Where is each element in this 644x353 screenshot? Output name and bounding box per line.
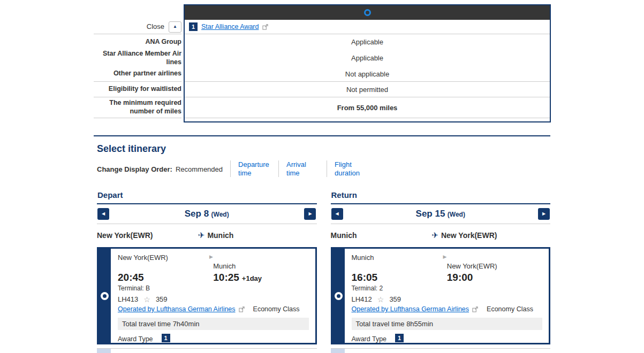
flight-number: LH413 [118,295,138,303]
row-label-other-partner: Other partner airlines [94,66,181,82]
segment-cities: New York(EWR) ▶ [118,254,309,262]
operated-by-link[interactable]: Operated by Lufthansa German Airlines [118,305,236,313]
value-text: Applicable [351,54,383,62]
next-flight-card-stub [331,348,551,353]
segment-origin: Munich [352,254,374,262]
award-type-label: Award Type [118,335,153,343]
award-type-row: Award Type 1 [352,334,543,343]
depart-date-nav: ◀ Sep 8 (Wed) ▶ [97,204,317,224]
route-destination-text: Munich [207,231,233,240]
return-next-date-button[interactable]: ▶ [538,208,550,220]
airplane-icon: ✈ [198,231,205,240]
row-label-text: Other partner airlines [113,70,181,78]
depart-route-bar: New York(EWR) ✈ Munich [97,224,317,246]
award-type-row: Award Type 1 [118,334,309,343]
aircraft-type: 359 [156,295,168,303]
route-origin: Munich [331,231,357,240]
next-card-rail [331,349,345,353]
left-arrow-icon: ◀ [335,212,338,216]
external-link-icon [262,24,268,30]
value-text: From 55,000 miles [337,104,398,112]
right-arrow-icon: ▶ [308,212,312,216]
star-alliance-icon: ☆ [143,296,150,303]
depart-column: Depart ◀ Sep 8 (Wed) ▶ New York(EWR) ✈ M… [97,190,317,353]
cabin-class: Economy Class [253,305,300,313]
next-card-rail [97,349,111,353]
row-label-text: Eligibility for waitlisted [109,85,181,94]
value-text: Applicable [351,38,383,46]
row-label-text: The minimum required number of miles [94,99,181,116]
award-type-label: Award Type [352,335,387,343]
fare-column-radio-icon[interactable] [364,9,371,16]
close-row: Close ▲ [94,20,181,34]
spacer [185,118,550,121]
fare-table-labels: Close ▲ ANA Group Star Alliance Member A… [94,4,181,122]
return-date-nav: ◀ Sep 15 (Wed) ▶ [331,204,551,224]
value-text: Not permitted [346,86,388,94]
fare-table-label-spacer [94,5,181,20]
flight-card-body: New York(EWR) ▶ Munich 20:4510:25+1day T… [111,249,315,343]
return-flight-card[interactable]: Munich ▶ New York(EWR) 16:0519:00 Termin… [331,247,551,344]
sort-arrival-time-link[interactable]: Arrival time [278,160,319,177]
flight-number: LH412 [352,295,372,303]
right-arrow-icon: ▶ [542,212,545,216]
total-travel-time: Total travel time 8h55min [352,318,543,330]
arrival-day-note: +1day [242,274,262,282]
sort-flight-duration-link[interactable]: Flight duration [327,160,367,177]
arrival-time: 10:25 [213,272,239,283]
radio-dot-icon [337,294,340,298]
collapse-button[interactable]: ▲ [169,21,181,33]
display-order-value: Recommended [176,160,223,173]
date-text: Sep 8 [185,209,209,219]
depart-prev-date-button[interactable]: ◀ [97,208,109,220]
star-alliance-award-link[interactable]: Star Alliance Award [201,23,259,30]
total-travel-time: Total travel time 7h40min [118,318,309,330]
weekday-text: (Wed) [211,211,229,218]
row-label-ana-group: ANA Group [94,34,181,50]
value-star-alliance: Applicable [185,50,550,66]
return-route-bar: Munich ✈ New York(EWR) [331,224,551,246]
segment-origin: New York(EWR) [118,254,168,262]
depart-flight-card[interactable]: New York(EWR) ▶ Munich 20:4510:25+1day T… [97,247,317,344]
page-title: Select itinerary [97,143,166,155]
award-type-badge[interactable]: 1 [395,334,404,343]
row-label-star-alliance: Star Alliance Member Air lines [94,50,181,66]
award-type-number: 1 [395,334,404,342]
value-ana-group: Applicable [185,34,550,50]
operated-by-link[interactable]: Operated by Lufthansa German Airlines [352,305,469,313]
fare-column-header [185,5,550,20]
segment-destination: Munich [213,262,308,271]
arrival-time: 19:00 [447,272,473,283]
radio-dot-icon [103,294,107,298]
row-label-text: ANA Group [145,38,181,47]
departure-time: 20:45 [118,272,213,283]
award-type-number: 1 [162,334,170,342]
departure-time: 16:05 [352,272,447,283]
flight-number-row: LH413 ☆ 359 [118,295,309,303]
section-divider [94,135,550,136]
external-link-icon [472,306,478,312]
return-prev-date-button[interactable]: ◀ [331,208,343,220]
collapse-arrow-icon: ▲ [173,25,177,29]
award-name-row: 1 Star Alliance Award [185,20,550,34]
depart-next-date-button[interactable]: ▶ [304,208,316,220]
star-alliance-icon: ☆ [377,296,384,303]
flight-select-radio[interactable] [335,292,343,300]
return-date-label: Sep 15 (Wed) [416,209,465,219]
sort-departure-time-link[interactable]: Departure time [230,160,271,177]
flight-select-radio[interactable] [101,292,109,300]
depart-date-label: Sep 8 (Wed) [185,209,229,219]
chevron-right-icon: ▶ [209,254,213,259]
flight-number-row: LH412 ☆ 359 [352,295,543,303]
sort-link-text: Arrival time [286,160,319,177]
award-number-badge: 1 [189,22,198,31]
display-order-label: Change Display Order: [97,160,172,173]
value-other-partner: Not applicable [185,66,550,82]
aircraft-type: 359 [389,295,401,303]
route-destination: ✈ Munich [198,231,234,240]
operated-by-row: Operated by Lufthansa German Airlines Ec… [352,305,543,313]
close-label[interactable]: Close [147,22,164,31]
return-heading: Return [331,190,551,204]
date-text: Sep 15 [416,209,445,219]
award-type-badge[interactable]: 1 [162,334,170,343]
